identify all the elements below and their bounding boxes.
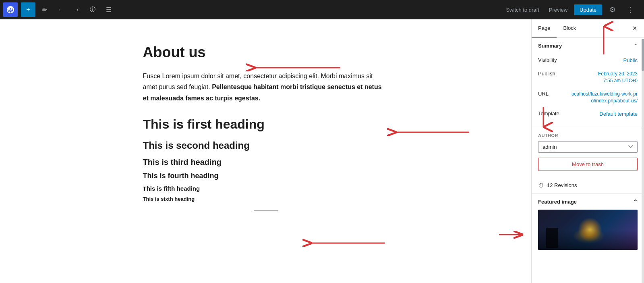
tab-block[interactable]: Block xyxy=(557,19,582,37)
arrow-title xyxy=(252,60,344,76)
info-button[interactable]: ⓘ xyxy=(85,2,100,17)
author-label: AUTHOR xyxy=(538,133,638,138)
featured-image-section: Featured image ⌃ xyxy=(532,194,644,255)
toolbar: + ✏ ← → ⓘ ☰ Switch to draft Preview Upda… xyxy=(0,0,644,19)
preview-button[interactable]: Preview xyxy=(546,4,571,15)
author-select[interactable]: admin xyxy=(538,141,638,153)
arrow-body xyxy=(393,124,473,140)
visibility-row: Visibility Public xyxy=(538,54,638,67)
featured-image-header[interactable]: Featured image ⌃ xyxy=(532,194,644,210)
publish-label: Publish xyxy=(538,71,570,77)
list-view-button[interactable]: ☰ xyxy=(101,2,116,17)
url-value[interactable]: localhost/luzuk/welding-work-pro/index.p… xyxy=(570,91,638,104)
heading-4: This is fourth heading xyxy=(143,172,389,180)
heading-3: This is third heading xyxy=(143,158,389,167)
settings-button[interactable]: ⚙ xyxy=(605,2,620,17)
summary-chevron: ⌃ xyxy=(634,43,638,49)
tab-page[interactable]: Page xyxy=(532,19,557,37)
author-section: AUTHOR admin xyxy=(532,128,644,158)
sidebar-scrollbar[interactable] xyxy=(642,39,644,283)
revisions-label: 12 Revisions xyxy=(547,182,577,188)
sidebar: Page Block × Summary ⌃ Visibility Public… xyxy=(531,19,644,283)
arrow-center xyxy=(308,235,389,251)
sidebar-scrollbar-thumb xyxy=(642,39,644,71)
heading-2: This is second heading xyxy=(143,140,389,151)
close-sidebar-button[interactable]: × xyxy=(629,23,641,35)
main-layout: About us Fusce Lorem ipsum dolor sit ame… xyxy=(0,19,644,283)
undo-button[interactable]: ← xyxy=(53,2,68,17)
template-label: Template xyxy=(538,110,570,117)
add-block-button[interactable]: + xyxy=(21,2,35,17)
switch-to-draft-button[interactable]: Switch to draft xyxy=(503,4,542,15)
sidebar-header: Page Block × xyxy=(532,19,644,38)
summary-content: Visibility Public Publish February 20, 2… xyxy=(532,54,644,128)
update-button[interactable]: Update xyxy=(574,4,602,15)
more-options-button[interactable]: ⋮ xyxy=(623,2,638,17)
revisions-row[interactable]: ⏱ 12 Revisions xyxy=(532,177,644,194)
heading-1: This is first heading xyxy=(143,117,389,132)
page-title: About us xyxy=(143,44,389,61)
toolbar-right: Switch to draft Preview Update ⚙ ⋮ xyxy=(503,2,638,17)
edit-button[interactable]: ✏ xyxy=(37,2,52,17)
featured-image-content xyxy=(532,210,644,255)
wp-logo[interactable] xyxy=(3,2,18,17)
template-row: Template Default template xyxy=(538,107,638,121)
heading-5: This is fifth heading xyxy=(143,185,389,192)
redo-button[interactable]: → xyxy=(69,2,84,17)
summary-title: Summary xyxy=(538,43,562,49)
silhouette-figure xyxy=(546,228,558,248)
publish-value[interactable]: February 20, 2023 7:55 am UTC+0 xyxy=(598,71,638,84)
summary-section: Summary ⌃ Visibility Public Publish Febr… xyxy=(532,38,644,128)
url-row: URL localhost/luzuk/welding-work-pro/ind… xyxy=(538,87,638,108)
visibility-label: Visibility xyxy=(538,57,570,63)
featured-image-chevron: ⌃ xyxy=(633,199,638,205)
template-value[interactable]: Default template xyxy=(599,110,638,118)
editor-content: About us Fusce Lorem ipsum dolor sit ame… xyxy=(135,44,397,259)
url-label: URL xyxy=(538,91,570,97)
featured-image-preview[interactable] xyxy=(538,210,638,250)
visibility-value[interactable]: Public xyxy=(623,57,638,64)
publish-row: Publish February 20, 2023 7:55 am UTC+0 xyxy=(538,67,638,87)
heading-6: This is sixth heading xyxy=(143,196,389,202)
editor-area: About us Fusce Lorem ipsum dolor sit ame… xyxy=(0,19,531,283)
move-to-trash-button[interactable]: Move to trash xyxy=(538,158,638,171)
featured-image-title: Featured image xyxy=(538,199,577,205)
content-divider xyxy=(254,210,278,210)
summary-section-header[interactable]: Summary ⌃ xyxy=(532,38,644,54)
revisions-icon: ⏱ xyxy=(538,182,544,189)
